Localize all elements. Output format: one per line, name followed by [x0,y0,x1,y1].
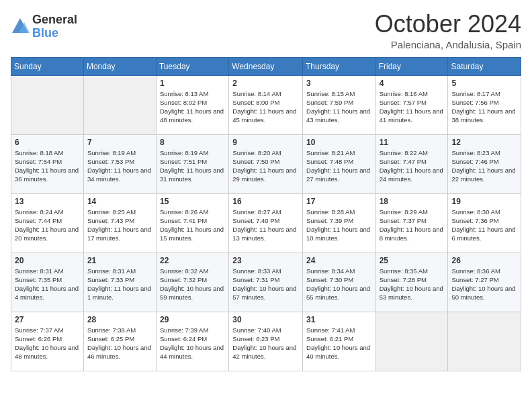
logo-text: General Blue [32,13,77,40]
calendar-cell: 16Sunrise: 8:27 AMSunset: 7:40 PMDayligh… [229,193,303,253]
day-info: Sunrise: 8:19 AMSunset: 7:51 PMDaylight:… [160,148,225,184]
week-row-1: 6Sunrise: 8:18 AMSunset: 7:54 PMDaylight… [11,134,521,193]
day-number: 29 [160,315,225,324]
header-day-thursday: Thursday [303,57,376,75]
day-number: 30 [232,315,299,324]
calendar-cell: 12Sunrise: 8:23 AMSunset: 7:46 PMDayligh… [448,134,521,193]
day-info: Sunrise: 8:18 AMSunset: 7:54 PMDaylight:… [15,148,80,184]
calendar-cell: 19Sunrise: 8:30 AMSunset: 7:36 PMDayligh… [448,193,521,253]
day-info: Sunrise: 8:29 AMSunset: 7:37 PMDaylight:… [380,208,445,243]
day-number: 19 [451,197,517,206]
month-title: October 2024 [375,11,521,38]
day-number: 15 [160,197,225,206]
day-info: Sunrise: 8:14 AMSunset: 8:00 PMDaylight:… [232,89,299,125]
calendar-cell: 6Sunrise: 8:18 AMSunset: 7:54 PMDaylight… [11,134,84,193]
day-info: Sunrise: 8:34 AMSunset: 7:30 PMDaylight:… [306,267,372,302]
day-number: 7 [87,138,152,147]
location-subtitle: Palenciana, Andalusia, Spain [375,39,521,50]
calendar-cell: 26Sunrise: 8:36 AMSunset: 7:27 PMDayligh… [448,253,521,312]
day-info: Sunrise: 7:41 AMSunset: 6:21 PMDaylight:… [306,326,372,361]
day-info: Sunrise: 8:16 AMSunset: 7:57 PMDaylight:… [380,89,445,125]
calendar-cell: 23Sunrise: 8:33 AMSunset: 7:31 PMDayligh… [229,253,303,312]
day-info: Sunrise: 8:27 AMSunset: 7:40 PMDaylight:… [232,208,299,243]
calendar-cell: 20Sunrise: 8:31 AMSunset: 7:35 PMDayligh… [11,253,84,312]
day-number: 23 [232,256,299,265]
calendar-cell: 29Sunrise: 7:39 AMSunset: 6:24 PMDayligh… [156,312,228,371]
day-info: Sunrise: 7:39 AMSunset: 6:24 PMDaylight:… [160,326,225,361]
calendar-cell: 18Sunrise: 8:29 AMSunset: 7:37 PMDayligh… [375,193,448,253]
day-info: Sunrise: 8:15 AMSunset: 7:59 PMDaylight:… [306,89,372,125]
day-number: 3 [306,79,372,88]
day-info: Sunrise: 7:38 AMSunset: 6:25 PMDaylight:… [87,326,152,361]
day-info: Sunrise: 8:20 AMSunset: 7:50 PMDaylight:… [232,148,299,184]
day-info: Sunrise: 8:22 AMSunset: 7:47 PMDaylight:… [380,148,445,184]
day-info: Sunrise: 8:21 AMSunset: 7:48 PMDaylight:… [306,148,372,184]
calendar-cell: 27Sunrise: 7:37 AMSunset: 6:26 PMDayligh… [11,312,84,371]
header-day-friday: Friday [375,57,448,75]
calendar-cell [11,75,84,134]
calendar-cell: 31Sunrise: 7:41 AMSunset: 6:21 PMDayligh… [303,312,376,371]
calendar-cell: 15Sunrise: 8:26 AMSunset: 7:41 PMDayligh… [156,193,228,253]
day-info: Sunrise: 8:36 AMSunset: 7:27 PMDaylight:… [451,267,517,302]
header-day-monday: Monday [83,57,156,75]
calendar-header: SundayMondayTuesdayWednesdayThursdayFrid… [11,57,521,75]
day-number: 11 [380,138,445,147]
header-row: SundayMondayTuesdayWednesdayThursdayFrid… [11,57,521,75]
page: General Blue October 2024 Palenciana, An… [0,0,532,411]
day-info: Sunrise: 8:28 AMSunset: 7:39 PMDaylight:… [306,208,372,243]
logo-general-text: General [32,13,77,27]
day-info: Sunrise: 7:40 AMSunset: 6:23 PMDaylight:… [232,326,299,361]
logo-icon [11,17,30,36]
calendar-cell: 3Sunrise: 8:15 AMSunset: 7:59 PMDaylight… [303,75,376,134]
day-number: 28 [87,315,152,324]
day-number: 13 [15,197,80,206]
calendar-cell [83,75,156,134]
day-info: Sunrise: 8:26 AMSunset: 7:41 PMDaylight:… [160,208,225,243]
calendar-cell: 28Sunrise: 7:38 AMSunset: 6:25 PMDayligh… [83,312,156,371]
logo: General Blue [11,13,77,40]
calendar-cell: 1Sunrise: 8:13 AMSunset: 8:02 PMDaylight… [156,75,228,134]
day-info: Sunrise: 8:13 AMSunset: 8:02 PMDaylight:… [160,89,225,125]
day-number: 24 [306,256,372,265]
calendar-cell [375,312,448,371]
logo-blue-text: Blue [32,27,77,40]
header: General Blue October 2024 Palenciana, An… [11,11,521,50]
day-number: 12 [451,138,517,147]
header-day-saturday: Saturday [448,57,521,75]
calendar-cell: 7Sunrise: 8:19 AMSunset: 7:53 PMDaylight… [83,134,156,193]
week-row-3: 20Sunrise: 8:31 AMSunset: 7:35 PMDayligh… [11,253,521,312]
day-info: Sunrise: 8:33 AMSunset: 7:31 PMDaylight:… [232,267,299,302]
day-number: 18 [380,197,445,206]
day-number: 25 [380,256,445,265]
calendar-cell: 4Sunrise: 8:16 AMSunset: 7:57 PMDaylight… [375,75,448,134]
day-info: Sunrise: 8:30 AMSunset: 7:36 PMDaylight:… [451,208,517,243]
calendar-cell: 13Sunrise: 8:24 AMSunset: 7:44 PMDayligh… [11,193,84,253]
day-number: 26 [451,256,517,265]
calendar-cell [448,312,521,371]
header-day-tuesday: Tuesday [156,57,228,75]
calendar-table: SundayMondayTuesdayWednesdayThursdayFrid… [11,57,521,371]
calendar-cell: 9Sunrise: 8:20 AMSunset: 7:50 PMDaylight… [229,134,303,193]
day-number: 17 [306,197,372,206]
day-number: 8 [160,138,225,147]
day-number: 2 [232,79,299,88]
day-info: Sunrise: 8:24 AMSunset: 7:44 PMDaylight:… [15,208,80,243]
calendar-cell: 10Sunrise: 8:21 AMSunset: 7:48 PMDayligh… [303,134,376,193]
day-number: 4 [380,79,445,88]
calendar-cell: 22Sunrise: 8:32 AMSunset: 7:32 PMDayligh… [156,253,228,312]
calendar-cell: 2Sunrise: 8:14 AMSunset: 8:00 PMDaylight… [229,75,303,134]
calendar-cell: 5Sunrise: 8:17 AMSunset: 7:56 PMDaylight… [448,75,521,134]
calendar-cell: 25Sunrise: 8:35 AMSunset: 7:28 PMDayligh… [375,253,448,312]
day-number: 21 [87,256,152,265]
day-number: 5 [451,79,517,88]
header-day-wednesday: Wednesday [229,57,303,75]
week-row-2: 13Sunrise: 8:24 AMSunset: 7:44 PMDayligh… [11,193,521,253]
day-info: Sunrise: 8:23 AMSunset: 7:46 PMDaylight:… [451,148,517,184]
day-info: Sunrise: 7:37 AMSunset: 6:26 PMDaylight:… [15,326,80,361]
day-info: Sunrise: 8:19 AMSunset: 7:53 PMDaylight:… [87,148,152,184]
calendar-cell: 24Sunrise: 8:34 AMSunset: 7:30 PMDayligh… [303,253,376,312]
day-info: Sunrise: 8:31 AMSunset: 7:33 PMDaylight:… [87,267,152,302]
day-number: 31 [306,315,372,324]
header-day-sunday: Sunday [11,57,84,75]
week-row-0: 1Sunrise: 8:13 AMSunset: 8:02 PMDaylight… [11,75,521,134]
